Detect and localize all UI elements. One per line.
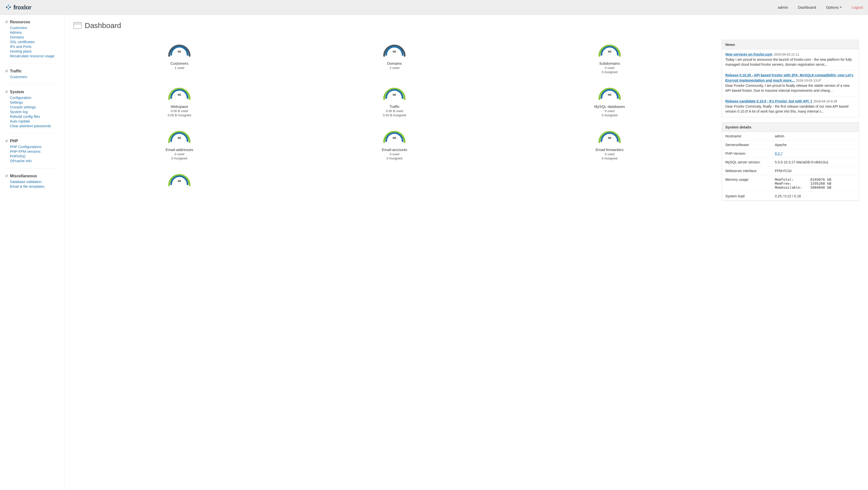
sidebar-list: Database validationEmail & file template… bbox=[4, 180, 60, 189]
sidebar-item[interactable]: System log bbox=[10, 110, 28, 114]
main-content: Dashboard ∞Customers1 used∞Domains2 used… bbox=[64, 15, 868, 490]
sidebar-item[interactable]: Clear plaintext passwords bbox=[10, 124, 51, 128]
topnav: admin Dashboard Options Logout bbox=[778, 5, 863, 9]
gauge-sub: 2 used bbox=[288, 66, 500, 70]
sidebar-item[interactable]: PHPinfo() bbox=[10, 154, 26, 158]
gauge-sub: 0 Assigned bbox=[504, 113, 716, 117]
page-title: Dashboard bbox=[85, 21, 121, 30]
gauge-sub: 1 used bbox=[73, 66, 285, 70]
table-row: Webserver interface:FPM-FCGI bbox=[722, 166, 859, 175]
news-heading: News bbox=[722, 40, 859, 49]
gauge-label: Email-forwarders bbox=[504, 148, 716, 152]
sidebar-heading: Miscellaneous bbox=[4, 174, 60, 178]
gauge-item: ∞Webspace0.00 B used0.00 B Assigned bbox=[73, 83, 285, 117]
brand-name: froxlor bbox=[13, 4, 31, 11]
system-label: Serversoftware: bbox=[722, 140, 771, 149]
sidebar-item[interactable]: Recalculate resource usage bbox=[10, 54, 55, 58]
sidebar-section: ResourcesCustomersAdminsDomainsSSL certi… bbox=[4, 20, 60, 63]
sidebar-section: SystemConfigurationSettingsCronjob setti… bbox=[4, 90, 60, 134]
system-link[interactable]: 8.0.7 bbox=[775, 151, 782, 155]
gauge-sub: 0.00 B used bbox=[73, 109, 285, 113]
sidebar-item[interactable]: Rebuild config files bbox=[10, 115, 40, 118]
svg-point-1 bbox=[7, 70, 7, 71]
gauge-sub: 0.00 B used bbox=[288, 109, 500, 113]
table-row: Serversoftware:Apache bbox=[722, 140, 859, 149]
topnav-logout[interactable]: Logout bbox=[851, 5, 863, 9]
tag-icon bbox=[4, 20, 8, 24]
svg-text:∞: ∞ bbox=[393, 49, 396, 54]
gauge-sub: 0 Assigned bbox=[73, 156, 285, 160]
system-heading: System details bbox=[722, 122, 859, 132]
gauges-grid: ∞Customers1 used∞Domains2 used∞Subdomain… bbox=[73, 40, 716, 191]
news-item: Release 0.10.26 - API based froxlor with… bbox=[722, 70, 859, 96]
gauge-sub: 0 used bbox=[504, 152, 716, 156]
news-item: Release candidate 0.10.0 - It's Froxlor,… bbox=[722, 96, 859, 117]
brand-logo[interactable]: froxlor bbox=[5, 4, 31, 11]
system-label: System load: bbox=[722, 192, 771, 200]
system-value: FPM-FCGI bbox=[771, 166, 859, 175]
news-date: 2019-04-10 8:29 bbox=[813, 99, 837, 103]
news-body: Dear Froxlor Commuity, finally - the fir… bbox=[725, 105, 848, 113]
tag-icon bbox=[4, 90, 8, 94]
news-body: Dear Froxlor Community, I am proud to fi… bbox=[725, 84, 850, 92]
sidebar-item[interactable]: Database validation bbox=[10, 180, 41, 184]
sidebar-item[interactable]: PHP-FPM versions bbox=[10, 149, 40, 153]
system-label: Webserver interface: bbox=[722, 166, 771, 175]
system-panel: System details Hostname:adminServersoftw… bbox=[722, 122, 859, 201]
news-title[interactable]: Release candidate 0.10.0 - It's Froxlor,… bbox=[725, 99, 812, 103]
system-value: admin bbox=[771, 132, 859, 141]
svg-point-2 bbox=[7, 91, 7, 91]
sidebar-list: Customers bbox=[4, 75, 60, 79]
gauge-label: Webspace bbox=[73, 105, 285, 109]
sidebar-heading: Traffic bbox=[4, 69, 60, 74]
gauge-label: Email-accounts bbox=[288, 148, 500, 152]
sidebar-item[interactable]: Settings bbox=[10, 100, 23, 105]
gauge-item: ∞Email-forwarders0 used0 Assigned bbox=[504, 126, 716, 160]
sidebar-item[interactable]: PHP Configurations bbox=[10, 145, 41, 149]
topnav-options[interactable]: Options bbox=[826, 5, 842, 9]
svg-text:∞: ∞ bbox=[178, 49, 181, 54]
topbar: froxlor admin Dashboard Options Logout bbox=[0, 0, 868, 15]
gauge-item: ∞Email-addresses0 used0 Assigned bbox=[73, 126, 285, 160]
system-value[interactable]: 8.0.7 bbox=[771, 149, 859, 158]
gauge-sub: 0 used bbox=[504, 109, 716, 113]
news-title[interactable]: New services on froxlor.com bbox=[725, 52, 772, 56]
sidebar-item[interactable]: Domains bbox=[10, 35, 24, 39]
sidebar: ResourcesCustomersAdminsDomainsSSL certi… bbox=[0, 15, 64, 490]
gauge-label: Domains bbox=[288, 61, 500, 65]
sidebar-heading: Resources bbox=[4, 20, 60, 24]
sidebar-list: PHP ConfigurationsPHP-FPM versionsPHPinf… bbox=[4, 145, 60, 163]
topnav-options-label: Options bbox=[826, 5, 839, 9]
system-value: MemTotal: 8169876 kB MemFree: 1595268 kB… bbox=[771, 175, 859, 192]
sidebar-section: TrafficCustomers bbox=[4, 69, 60, 84]
sidebar-item[interactable]: Customers bbox=[10, 26, 27, 30]
gauge-label: Email-addresses bbox=[73, 148, 285, 152]
window-icon bbox=[73, 22, 82, 29]
table-row: System load:0.25 / 0.22 / 0.18 bbox=[722, 192, 859, 200]
gauge-item: ∞MySQL-databases0 used0 Assigned bbox=[504, 83, 716, 117]
topnav-dashboard[interactable]: Dashboard bbox=[798, 5, 816, 9]
sidebar-item[interactable]: Auto-Update bbox=[10, 119, 30, 123]
svg-text:∞: ∞ bbox=[178, 135, 181, 140]
sidebar-item[interactable]: OPcache Info bbox=[10, 159, 32, 163]
sidebar-item[interactable]: SSL certificates bbox=[10, 40, 35, 44]
gauge-sub: 0 used bbox=[73, 152, 285, 156]
sidebar-list: ConfigurationSettingsCronjob settingsSys… bbox=[4, 96, 60, 128]
sidebar-item[interactable]: Configuration bbox=[10, 96, 31, 100]
gauge-sub: 0 Assigned bbox=[504, 70, 716, 74]
tag-icon bbox=[4, 174, 8, 178]
news-title[interactable]: Release 0.10.26 - API based froxlor with… bbox=[725, 73, 854, 82]
sidebar-item[interactable]: Customers bbox=[10, 75, 27, 79]
gauge-label: Traffic bbox=[288, 105, 500, 109]
sidebar-heading: System bbox=[4, 90, 60, 94]
sidebar-item[interactable]: Cronjob settings bbox=[10, 105, 36, 109]
topnav-user[interactable]: admin bbox=[778, 5, 788, 9]
svg-text:∞: ∞ bbox=[393, 135, 396, 140]
sidebar-item[interactable]: IPs and Ports bbox=[10, 45, 31, 49]
sidebar-item[interactable]: Hosting plans bbox=[10, 49, 32, 53]
svg-text:∞: ∞ bbox=[608, 92, 611, 97]
sidebar-item[interactable]: Admins bbox=[10, 30, 22, 34]
gauge-item: ∞Domains2 used bbox=[288, 40, 500, 74]
sidebar-item[interactable]: Email & file templates bbox=[10, 184, 44, 189]
gauge-label: MySQL-databases bbox=[504, 105, 716, 109]
